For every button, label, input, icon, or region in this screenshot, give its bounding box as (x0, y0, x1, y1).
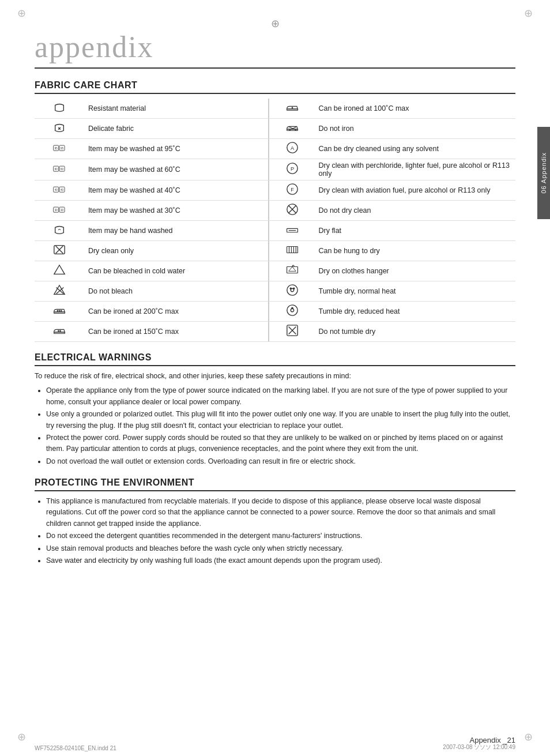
label-dry-clean-P: Dry clean with perchloride, lighter fuel… (315, 159, 515, 180)
table-row: 95 95 Item may be washed at 95˚C A Can b… (35, 139, 515, 159)
icon-dry-flat (269, 221, 315, 241)
svg-text:A: A (291, 145, 295, 151)
svg-text:40: 40 (61, 189, 64, 191)
table-row: Can be bleached in cold water Dry on clo… (35, 261, 515, 281)
icon-wash-95: 95 95 (35, 139, 85, 159)
svg-point-1 (292, 107, 293, 108)
svg-point-52 (58, 310, 59, 311)
label-iron-200: Can be ironed at 200˚C max (85, 302, 269, 322)
reg-mark-top-center: ⊕ (35, 17, 515, 30)
icon-hung-to-dry (269, 241, 315, 261)
icon-dry-clean-only (35, 241, 85, 261)
icon-wash-40: 40 40 (35, 180, 85, 201)
svg-rect-0 (287, 109, 297, 110)
label-no-dry-clean: Do not dry clean (315, 201, 515, 221)
icon-dry-clean-P: P (269, 159, 315, 180)
icon-iron-200 (35, 302, 85, 322)
icon-iron-150 (35, 322, 85, 342)
label-dry-flat: Dry flat (315, 221, 515, 241)
svg-marker-42 (54, 265, 65, 274)
label-wash-40: Item may be washed at 40˚C (85, 180, 269, 201)
svg-point-59 (58, 330, 59, 332)
icon-no-bleach (35, 281, 85, 302)
list-item: Use only a grounded or polarized outlet.… (46, 409, 515, 431)
icon-dry-clean-F: F (269, 180, 315, 201)
protecting-heading: PROTECTING THE ENVIRONMENT (35, 477, 515, 491)
label-delicate: Delicate fabric (85, 119, 269, 139)
footer-bottom-right: 2007-03-08 ソソソ 12:00:49 (443, 743, 515, 751)
label-no-tumble: Do not tumble dry (315, 322, 515, 342)
label-dry-clean-A: Can be dry cleaned using any solvent (315, 139, 515, 159)
icon-resistant (35, 99, 85, 119)
fabric-care-heading: FABRIC CARE CHART (35, 80, 515, 94)
label-tumble-reduced: Tumble dry, reduced heat (315, 302, 515, 322)
label-wash-95: Item may be washed at 95˚C (85, 139, 269, 159)
label-clothes-hanger: Dry on clothes hanger (315, 261, 515, 281)
icon-tumble-normal (269, 281, 315, 302)
footer-bottom-left: WF752258-02410E_EN.indd 21 (35, 745, 116, 751)
page-title: appendix (35, 30, 515, 69)
table-row: Can be ironed at 150˚C max Do not tumble… (35, 322, 515, 342)
fabric-care-table: Resistant material Can be ironed at 100˚… (35, 99, 515, 342)
table-row: 40 40 Item may be washed at 40˚C F Dry c… (35, 180, 515, 201)
table-row: Item may be hand washed Dry flat (35, 221, 515, 241)
list-item: Do not overload the wall outlet or exten… (46, 456, 515, 467)
svg-rect-51 (54, 312, 65, 313)
icon-dry-clean-A: A (269, 139, 315, 159)
svg-text:60: 60 (55, 168, 58, 171)
label-tumble-normal: Tumble dry, normal heat (315, 281, 515, 302)
label-hand-wash: Item may be hand washed (85, 221, 269, 241)
svg-point-49 (290, 288, 291, 289)
label-hung-to-dry: Can be hung to dry (315, 241, 515, 261)
svg-text:95: 95 (55, 147, 58, 150)
list-item: Use stain removal products and bleaches … (46, 543, 515, 554)
table-row: Resistant material Can be ironed at 100˚… (35, 99, 515, 119)
icon-hand-wash (35, 221, 85, 241)
reg-mark-top-left: ⊕ (17, 7, 26, 20)
svg-text:P: P (291, 166, 294, 172)
list-item: Operate the appliance only from the type… (46, 385, 515, 408)
electrical-heading: ELECTRICAL WARNINGS (35, 352, 515, 366)
reg-mark-top-right: ⊕ (524, 7, 533, 20)
list-item: This appliance is manufactured from recy… (46, 496, 515, 529)
svg-point-53 (59, 310, 61, 311)
label-resistant: Resistant material (85, 99, 269, 119)
label-no-bleach: Do not bleach (85, 281, 269, 302)
svg-point-54 (61, 310, 62, 311)
label-wash-30: Item may be washed at 30˚C (85, 201, 269, 221)
table-row: 60 60 Item may be washed at 60˚C P Dry c… (35, 159, 515, 180)
label-iron-150: Can be ironed at 150˚C max (85, 322, 269, 342)
svg-rect-43 (287, 267, 297, 273)
side-tab-label: 06 Appendix (540, 152, 547, 194)
svg-rect-58 (54, 332, 65, 333)
icon-no-iron (269, 119, 315, 139)
icon-wash-30: 30 30 (35, 201, 85, 221)
list-item: Do not exceed the detergent quantities r… (46, 531, 515, 541)
reg-mark-bottom-left: ⊕ (17, 731, 26, 743)
label-wash-60: Item may be washed at 60˚C (85, 159, 269, 180)
icon-bleach-cold (35, 261, 85, 281)
icon-clothes-hanger (269, 261, 315, 281)
svg-text:F: F (291, 187, 294, 193)
list-item: Save water and electricity by only washi… (46, 555, 515, 566)
svg-point-47 (287, 285, 297, 295)
svg-text:60: 60 (61, 168, 64, 171)
icon-no-dry-clean (269, 201, 315, 221)
side-tab: 06 Appendix (537, 127, 550, 219)
label-dry-clean-F: Dry clean with aviation fuel, pure alcoh… (315, 180, 515, 201)
icon-wash-60: 60 60 (35, 159, 85, 180)
svg-text:95: 95 (61, 147, 64, 150)
label-bleach-cold: Can be bleached in cold water (85, 261, 269, 281)
protecting-bullets: This appliance is manufactured from recy… (46, 496, 515, 566)
icon-tumble-reduced (269, 302, 315, 322)
icon-delicate (35, 119, 85, 139)
list-item: Protect the power cord. Power supply cor… (46, 432, 515, 455)
table-row: Delicate fabric Do not iron (35, 119, 515, 139)
icon-no-tumble (269, 322, 315, 342)
table-row: Do not bleach Tumble dry, normal heat (35, 281, 515, 302)
electrical-intro: To reduce the risk of fire, electrical s… (35, 371, 515, 382)
svg-point-57 (292, 307, 293, 309)
table-row: Can be ironed at 200˚C max Tumble dry, r… (35, 302, 515, 322)
svg-text:30: 30 (61, 209, 64, 212)
svg-point-55 (287, 305, 297, 315)
